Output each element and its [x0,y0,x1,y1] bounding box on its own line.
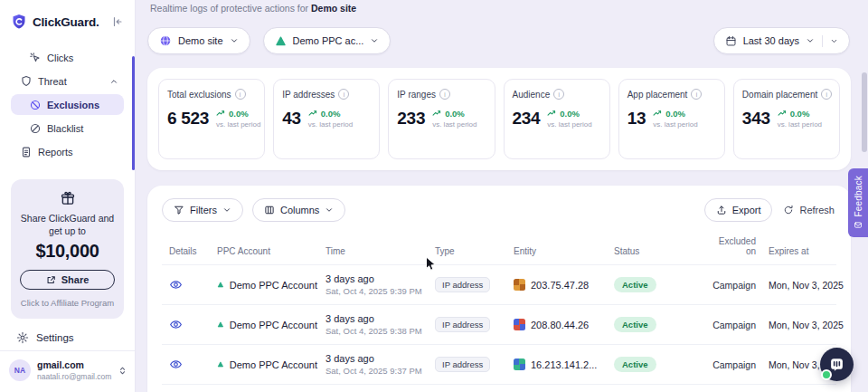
info-icon[interactable] [691,89,702,100]
chevron-up-down-icon [118,366,127,376]
trend-up-icon [778,109,788,119]
entity-identicon [514,359,525,370]
type-badge: IP address [435,277,490,292]
stat-card-total-exclusions: Total exclusions 6 523 0.0% vs. last per… [158,79,265,159]
ppc-account-icon [275,35,287,47]
info-icon[interactable] [338,89,349,100]
trend-up-icon [308,109,318,119]
chevron-down-icon [230,36,239,45]
column-header-excluded-on-text: Excluded on [711,236,756,256]
cell-entity: 208.80.44.26 [531,320,589,330]
stat-label: App placement [627,90,688,100]
sidebar-item-blacklist[interactable]: Blacklist [11,118,124,139]
info-icon[interactable] [821,89,832,100]
export-button-label: Export [732,205,761,215]
details-eye-button[interactable] [169,278,183,292]
eye-icon [169,358,183,371]
column-header-type: Type [426,246,503,256]
nav-label-blacklist: Blacklist [47,123,83,134]
table-row: Demo PPC Account 3 days agoSat, Oct 4, 2… [162,264,836,304]
selector-bar: Demo site Demo PPC ac... Last 30 days [147,27,850,54]
date-range-selector[interactable]: Last 30 days [713,27,850,54]
stat-caption: vs. last period [778,120,822,129]
column-header-ppc-account: PPC Account [209,246,317,256]
feedback-tab-label: Feedback [854,176,863,217]
divider [822,35,823,47]
info-icon[interactable] [439,89,450,100]
cell-excluded-on: Campaign [693,359,756,370]
reports-icon [20,146,33,158]
info-icon[interactable] [553,89,564,100]
export-button[interactable]: Export [704,198,773,222]
details-eye-button[interactable] [169,358,183,371]
settings-label: Settings [36,332,74,343]
stat-label: Total exclusions [167,90,231,100]
promo-amount: $10,000 [20,241,115,262]
table-row: Demo PPC Account 3 days agoSat, Oct 4, 2… [162,344,836,384]
refresh-icon [783,205,794,215]
site-selector[interactable]: Demo site [147,27,250,54]
filters-button[interactable]: Filters [162,198,243,222]
cell-entity: 16.213.141.2... [531,359,597,370]
sidebar-item-threat[interactable]: Threat [11,71,124,91]
feedback-tab[interactable]: Feedback [848,168,868,237]
online-status-dot [821,369,832,380]
affiliate-promo-card: Share ClickGuard and get up to $10,000 S… [11,179,124,319]
stat-value: 234 [513,109,541,129]
share-button[interactable]: Share [20,270,115,290]
nav-label-clicks: Clicks [47,53,73,63]
sidebar-collapse-button[interactable] [111,15,124,28]
trend-up-icon [432,109,442,119]
share-button-label: Share [61,274,90,285]
eye-icon [169,278,183,292]
sidebar-item-clicks[interactable]: Clicks [11,47,124,68]
details-eye-button[interactable] [169,318,183,331]
table-body: Demo PPC Account 3 days agoSat, Oct 4, 2… [162,264,836,385]
stat-caption: vs. last period [547,120,591,129]
info-icon[interactable] [235,89,246,100]
clickguard-logo-icon [11,14,27,30]
stat-label: Audience [513,90,551,100]
promo-text: Share ClickGuard and get up to [20,212,115,237]
columns-button[interactable]: Columns [252,198,345,222]
stat-delta: 0.0% [560,109,580,119]
cell-account: Demo PPC Account [230,359,317,370]
clicks-icon [29,52,42,64]
table-header-row: Details PPC Account Time Type Entity Sta… [162,236,836,264]
ppc-account-selector[interactable]: Demo PPC ac... [263,27,392,54]
site-selector-label: Demo site [178,35,223,46]
sidebar-scroll-indicator[interactable] [132,56,135,170]
affiliate-program-link[interactable]: Click to Affiliate Program [20,298,115,308]
refresh-button[interactable]: Refresh [781,198,836,222]
stat-delta: 0.0% [445,109,465,119]
ppc-account-icon [217,279,224,291]
chevron-down-icon [325,206,334,215]
columns-icon [264,205,275,215]
chevron-down-icon [370,36,379,45]
table-row: Demo PPC Account 3 days agoSat, Oct 4, 2… [162,304,836,344]
cell-entity: 203.75.47.28 [531,280,589,291]
sidebar-item-settings[interactable]: Settings [11,331,124,344]
gear-icon [16,331,29,344]
cell-time-exact: Sat, Oct 4, 2025 9:37 PM [326,366,426,376]
stat-card-ip-ranges: IP ranges 233 0.0% vs. last period [388,79,495,159]
export-icon [716,205,727,215]
subtitle-site-name: Demo site [311,3,356,14]
feedback-icon [854,221,863,230]
share-icon [46,275,56,285]
stat-value: 6 523 [167,109,209,129]
chat-launcher-button[interactable] [820,348,854,381]
chevron-up-icon [109,77,118,86]
sidebar-item-reports[interactable]: Reports [11,141,124,162]
chevron-down-icon [806,36,815,45]
calendar-icon [725,35,737,47]
stat-card-app-placement: App placement 13 0.0% vs. last period [618,79,725,159]
stats-panel: Total exclusions 6 523 0.0% vs. last per… [147,68,851,170]
sidebar-item-exclusions[interactable]: Exclusions [11,94,124,115]
stat-caption: vs. last period [653,120,697,129]
cell-excluded-on: Campaign [693,280,756,291]
blacklist-icon [29,122,42,135]
subtitle-text: Realtime logs of protective actions for [150,3,308,14]
scrollbar-thumb[interactable] [862,72,867,152]
user-menu[interactable]: NA gmail.com naatali.ro@gmail.com [0,350,135,392]
